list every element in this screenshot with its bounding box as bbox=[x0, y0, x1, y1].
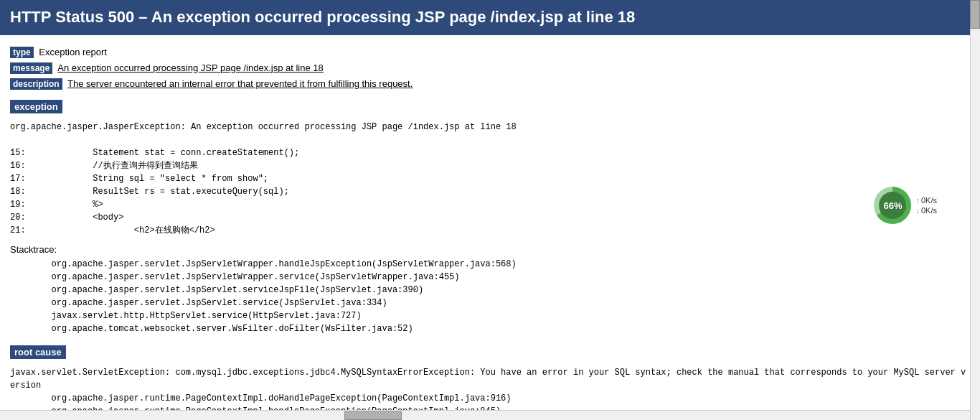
root-cause-label: root cause bbox=[10, 345, 66, 359]
message-value: An exception occurred processing JSP pag… bbox=[57, 62, 324, 73]
type-line: type Exception report bbox=[10, 47, 970, 58]
description-value: The server encountered an internal error… bbox=[67, 78, 413, 89]
speed-circle: 66% bbox=[874, 187, 911, 224]
vertical-scrollbar[interactable] bbox=[970, 0, 980, 420]
title-bar: HTTP Status 500 – An exception occurred … bbox=[0, 0, 980, 35]
speed-percentage: 66% bbox=[879, 192, 906, 219]
page-title: HTTP Status 500 – An exception occurred … bbox=[10, 8, 635, 26]
description-label: description bbox=[10, 78, 62, 90]
stacktrace-section: Stacktrace: org.apache.jasper.servlet.Js… bbox=[10, 244, 970, 335]
network-widget: 66% ↑ 0K/s ↓ 0K/s bbox=[874, 187, 937, 224]
message-line: message An exception occurred processing… bbox=[10, 62, 970, 74]
main-content: type Exception report message An excepti… bbox=[0, 35, 980, 420]
upload-speed-row: ↑ 0K/s bbox=[915, 196, 937, 205]
type-value: Exception report bbox=[39, 47, 107, 57]
message-label: message bbox=[10, 62, 52, 74]
exception-label: exception bbox=[10, 100, 62, 113]
speed-text: ↑ 0K/s ↓ 0K/s bbox=[915, 196, 937, 215]
upload-arrow-icon: ↑ bbox=[915, 196, 920, 205]
description-line: description The server encountered an in… bbox=[10, 78, 970, 90]
stacktrace-pre: org.apache.jasper.servlet.JspServletWrap… bbox=[10, 258, 970, 335]
upload-speed: 0K/s bbox=[921, 196, 937, 205]
type-label: type bbox=[10, 47, 34, 58]
download-speed: 0K/s bbox=[921, 206, 937, 215]
exception-section: exception org.apache.jasper.JasperExcept… bbox=[10, 94, 970, 237]
exception-pre: org.apache.jasper.JasperException: An ex… bbox=[10, 121, 970, 237]
horizontal-scrollbar[interactable] bbox=[0, 410, 970, 420]
scroll-thumb[interactable] bbox=[970, 0, 980, 29]
download-arrow-icon: ↓ bbox=[915, 206, 920, 215]
download-speed-row: ↓ 0K/s bbox=[915, 206, 937, 215]
root-cause-section: root cause javax.servlet.ServletExceptio… bbox=[10, 338, 970, 420]
stacktrace-label: Stacktrace: bbox=[10, 244, 970, 255]
h-scroll-thumb[interactable] bbox=[344, 411, 402, 420]
